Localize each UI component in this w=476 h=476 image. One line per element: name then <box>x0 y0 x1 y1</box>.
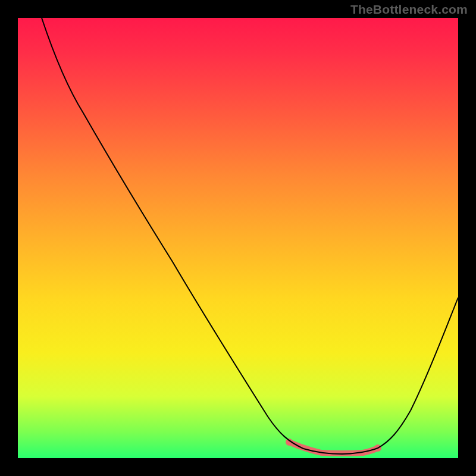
curve-layer <box>18 18 458 458</box>
watermark-text: TheBottleneck.com <box>350 2 468 17</box>
bottleneck-curve <box>42 18 458 454</box>
chart-frame: TheBottleneck.com <box>0 0 476 476</box>
plot-area <box>18 18 458 458</box>
